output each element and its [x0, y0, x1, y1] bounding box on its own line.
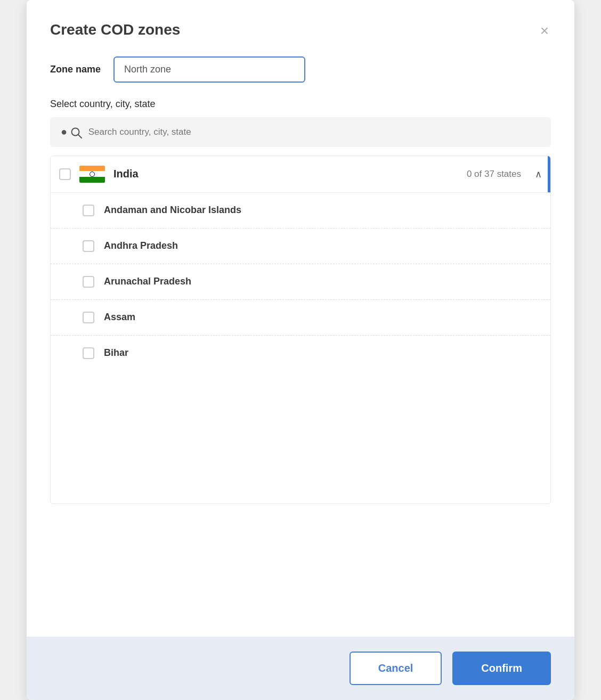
create-cod-zones-modal: Create COD zones × Zone name Select coun… — [27, 0, 574, 700]
zone-name-row: Zone name — [27, 51, 574, 99]
state-name-assam: Assam — [104, 312, 135, 323]
india-flag — [79, 166, 105, 183]
state-name-andaman: Andaman and Nicobar Islands — [104, 205, 241, 216]
country-row-india: India 0 of 37 states ∧ — [51, 156, 550, 193]
state-row-andaman: Andaman and Nicobar Islands — [51, 193, 550, 229]
flag-stripe-white — [79, 171, 105, 177]
search-icon: ● — [61, 126, 82, 139]
select-label: Select country, city, state — [27, 99, 574, 117]
flag-stripe-orange — [79, 166, 105, 172]
search-input[interactable] — [88, 127, 540, 137]
chevron-up-icon: ∧ — [535, 168, 542, 180]
zone-name-label: Zone name — [50, 64, 101, 75]
state-checkbox-arunachal[interactable] — [83, 276, 94, 288]
country-name: India — [113, 168, 458, 180]
flag-stripe-green — [79, 177, 105, 183]
modal-footer: Cancel Confirm — [27, 637, 574, 700]
country-list: India 0 of 37 states ∧ Andaman and Nicob… — [50, 156, 551, 504]
cancel-button[interactable]: Cancel — [350, 652, 442, 685]
state-checkbox-bihar[interactable] — [83, 347, 94, 359]
close-button[interactable]: × — [538, 21, 551, 40]
svg-line-1 — [78, 135, 82, 138]
state-checkbox-andaman[interactable] — [83, 205, 94, 216]
state-row-assam: Assam — [51, 300, 550, 336]
search-bar: ● — [50, 117, 551, 147]
state-row-andhra: Andhra Pradesh — [51, 229, 550, 264]
state-name-andhra: Andhra Pradesh — [104, 240, 178, 251]
state-checkbox-andhra[interactable] — [83, 240, 94, 252]
state-checkbox-assam[interactable] — [83, 312, 94, 323]
state-name-bihar: Bihar — [104, 347, 128, 359]
modal-header: Create COD zones × — [27, 0, 574, 51]
india-checkbox[interactable] — [59, 168, 71, 180]
zone-name-input[interactable] — [113, 56, 305, 83]
state-row-bihar: Bihar — [51, 336, 550, 371]
state-row-arunachal: Arunachal Pradesh — [51, 264, 550, 300]
confirm-button[interactable]: Confirm — [452, 652, 551, 685]
states-count: 0 of 37 states — [467, 169, 521, 180]
modal-title: Create COD zones — [50, 21, 180, 38]
flag-chakra — [90, 172, 95, 177]
state-name-arunachal: Arunachal Pradesh — [104, 276, 191, 287]
